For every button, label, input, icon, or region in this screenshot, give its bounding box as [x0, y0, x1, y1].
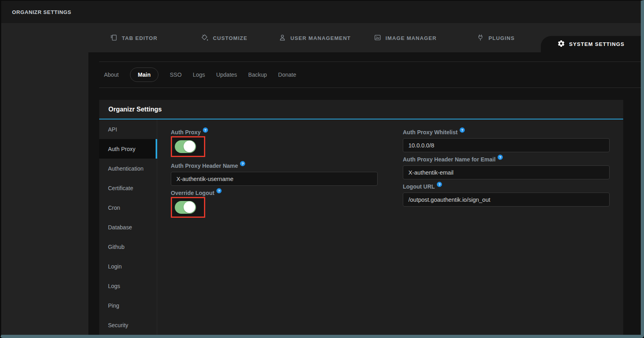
auth-proxy-header-email-label: Auth Proxy Header Name for Email ?	[403, 156, 610, 163]
auth-proxy-header-name-label: Auth Proxy Header Name ?	[171, 163, 378, 169]
paint-bucket-icon	[201, 34, 213, 43]
auth-proxy-header-email-group: Auth Proxy Header Name for Email ?	[403, 156, 610, 179]
system-settings-subtabs: About Main SSO Logs Updates Backup Donat…	[99, 62, 641, 88]
system-settings-pane: About Main SSO Logs Updates Backup Donat…	[88, 52, 641, 335]
tab-image-manager[interactable]: IMAGE MANAGER	[360, 24, 450, 52]
app-window: ORGANIZR SETTINGS TAB EDITOR	[0, 0, 644, 338]
settings-nav-certificate[interactable]: Certificate	[99, 178, 157, 198]
gear-icon	[557, 40, 569, 49]
settings-nav-database[interactable]: Database	[99, 217, 157, 237]
settings-nav-logs[interactable]: Logs	[99, 276, 157, 296]
highlight-box	[171, 197, 205, 218]
tab-system-settings[interactable]: SYSTEM SETTINGS	[541, 36, 641, 52]
help-icon[interactable]: ?	[498, 155, 503, 160]
subtab-backup[interactable]: Backup	[248, 72, 267, 78]
settings-nav-cron[interactable]: Cron	[99, 198, 157, 217]
left-gutter	[1, 52, 88, 335]
auth-proxy-whitelist-label: Auth Proxy Whitelist ?	[403, 129, 610, 135]
field-label-text: Auth Proxy Whitelist	[403, 129, 458, 135]
plug-icon	[476, 34, 488, 43]
main-area: About Main SSO Logs Updates Backup Donat…	[1, 52, 641, 335]
logout-url-group: Logout URL ?	[403, 183, 610, 207]
tab-label: USER MANAGEMENT	[290, 35, 351, 41]
user-icon	[278, 34, 290, 43]
help-icon[interactable]: ?	[216, 188, 222, 193]
override-logout-toggle-group: Override Logout ?	[171, 190, 378, 219]
settings-nav-security[interactable]: Security	[99, 315, 157, 335]
toggle-knob	[184, 141, 195, 152]
override-logout-toggle[interactable]	[175, 201, 196, 214]
toggle-knob	[184, 201, 195, 213]
form-column-left: Auth Proxy ?	[171, 129, 378, 334]
field-label-text: Auth Proxy Header Name for Email	[403, 156, 496, 163]
auth-proxy-whitelist-input[interactable]	[403, 138, 610, 152]
settings-nav-github[interactable]: Github	[99, 237, 157, 256]
panel-body: API Auth Proxy Authentication Certificat…	[99, 119, 623, 338]
field-label-text: Auth Proxy	[171, 129, 201, 135]
auth-proxy-whitelist-group: Auth Proxy Whitelist ?	[403, 129, 610, 152]
tab-label: TAB EDITOR	[122, 35, 157, 41]
auth-proxy-toggle[interactable]	[175, 140, 196, 153]
auth-proxy-header-name-group: Auth Proxy Header Name ?	[171, 163, 378, 186]
panel-header: Organizr Settings	[99, 100, 623, 119]
organizr-settings-panel: Organizr Settings API Auth Proxy Authent…	[99, 100, 623, 338]
form-column-right: Auth Proxy Whitelist ? Auth Proxy Header…	[403, 129, 610, 334]
settings-tabbar: TAB EDITOR CUSTOMIZE	[1, 24, 641, 52]
tab-plugins[interactable]: PLUGINS	[450, 24, 541, 52]
override-logout-label: Override Logout ?	[171, 190, 378, 196]
page-header: ORGANIZR SETTINGS	[1, 1, 641, 24]
auth-proxy-form: Auth Proxy ?	[157, 119, 623, 338]
tab-label: PLUGINS	[488, 35, 514, 41]
tab-label: IMAGE MANAGER	[386, 35, 437, 41]
subtab-logs[interactable]: Logs	[193, 72, 205, 78]
settings-nav: API Auth Proxy Authentication Certificat…	[99, 119, 157, 338]
highlight-box	[171, 136, 205, 157]
auth-proxy-label: Auth Proxy ?	[171, 129, 378, 135]
settings-nav-ping[interactable]: Ping	[99, 296, 157, 315]
help-icon[interactable]: ?	[460, 127, 465, 133]
page-title: ORGANIZR SETTINGS	[12, 9, 71, 15]
settings-nav-authentication[interactable]: Authentication	[99, 159, 157, 178]
settings-nav-auth-proxy[interactable]: Auth Proxy	[99, 139, 157, 159]
field-label-text: Logout URL	[403, 183, 435, 190]
subtab-about[interactable]: About	[104, 72, 119, 78]
field-label-text: Auth Proxy Header Name	[171, 163, 238, 169]
settings-tabs: TAB EDITOR CUSTOMIZE	[88, 24, 641, 52]
logout-url-input[interactable]	[403, 193, 610, 207]
subtab-main[interactable]: Main	[130, 68, 159, 82]
field-label-text: Override Logout	[171, 190, 214, 196]
logout-url-label: Logout URL ?	[403, 183, 610, 190]
tab-label: CUSTOMIZE	[213, 35, 247, 41]
tab-label: SYSTEM SETTINGS	[569, 41, 625, 47]
help-icon[interactable]: ?	[240, 161, 245, 166]
image-icon	[374, 34, 386, 43]
panel-title: Organizr Settings	[108, 106, 162, 113]
subtab-donate[interactable]: Donate	[278, 72, 296, 78]
auth-proxy-header-email-input[interactable]	[403, 165, 610, 179]
subtab-updates[interactable]: Updates	[216, 72, 237, 78]
auth-proxy-toggle-group: Auth Proxy ?	[171, 129, 378, 159]
auth-proxy-header-name-input[interactable]	[171, 172, 378, 186]
tab-editor-icon	[110, 34, 122, 43]
tab-customize[interactable]: CUSTOMIZE	[179, 24, 269, 52]
settings-nav-api[interactable]: API	[99, 119, 157, 139]
tab-user-management[interactable]: USER MANAGEMENT	[269, 24, 360, 52]
settings-nav-login[interactable]: Login	[99, 256, 157, 276]
subtab-sso[interactable]: SSO	[170, 72, 182, 78]
help-icon[interactable]: ?	[203, 127, 208, 133]
help-icon[interactable]: ?	[437, 182, 442, 187]
tab-tab-editor[interactable]: TAB EDITOR	[88, 24, 179, 52]
